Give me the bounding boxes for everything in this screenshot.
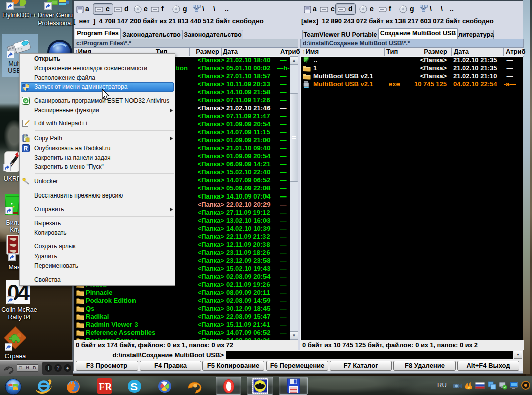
svg-text:S: S [130,381,138,392]
svg-text:FR: FR [99,381,112,392]
